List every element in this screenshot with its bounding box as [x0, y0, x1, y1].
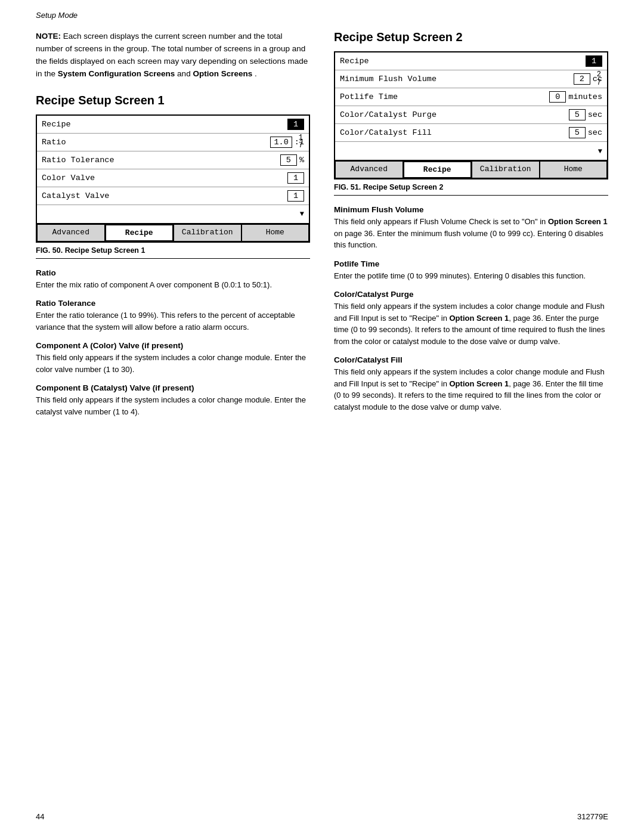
field-potlife: Potlife Time Enter the potlife time (0 t… [334, 259, 608, 282]
arrow-down-row-1 [37, 205, 309, 223]
note-text: NOTE: Each screen displays the current s… [36, 30, 310, 80]
catalyst-valve-label: Catalyst Valve [42, 191, 287, 200]
recipe-screen-1: Recipe 1 Ratio 1.0 :1 17 Ratio Tolerance… [36, 114, 310, 243]
ratio-tolerance-unit: % [299, 156, 304, 165]
page-num-right: 27 [597, 71, 601, 86]
nav-home-1[interactable]: Home [242, 224, 309, 241]
field-min-flush-title: Minimum Flush Volume [334, 205, 608, 214]
field-color-fill-title: Color/Catalyst Fill [334, 355, 608, 364]
potlife-unit: minutes [568, 92, 602, 101]
field-potlife-desc: Enter the potlife time (0 to 999 minutes… [334, 270, 608, 282]
color-valve-row: Color Valve 1 [37, 169, 309, 187]
field-color-purge-title: Color/Catalyst Purge [334, 290, 608, 299]
field-ratio-tolerance-title: Ratio Tolerance [36, 299, 310, 308]
scroll-up-2[interactable] [598, 56, 602, 65]
note-end: . [255, 69, 257, 78]
nav-recipe-1[interactable]: Recipe [105, 224, 174, 241]
catalyst-valve-row: Catalyst Valve 1 [37, 187, 309, 205]
left-column: NOTE: Each screen displays the current s… [36, 30, 310, 426]
footer-page-num: 44 [36, 812, 44, 821]
right-column: Recipe Setup Screen 2 Recipe 1 Minimum F… [334, 30, 608, 426]
field-ratio: Ratio Enter the mix ratio of component A… [36, 268, 310, 291]
nav-home-2[interactable]: Home [540, 161, 608, 178]
color-purge-value[interactable]: 5 [569, 109, 586, 120]
color-fill-unit: sec [588, 128, 602, 137]
field-color-valve-desc: This field only appears if the system in… [36, 352, 310, 375]
right-section-title: Recipe Setup Screen 2 [334, 30, 608, 44]
potlife-row: Potlife Time 0 minutes [335, 88, 607, 106]
field-ratio-title: Ratio [36, 268, 310, 277]
ratio-tolerance-value[interactable]: 5 [280, 154, 297, 166]
fig-caption-text-2: FIG. 51. Recipe Setup Screen 2 [334, 183, 443, 191]
field-min-flush-desc: This field only appears if Flush Volume … [334, 216, 608, 251]
color-fill-label: Color/Catalyst Fill [340, 128, 569, 137]
field-catalyst-valve-desc: This field only appears if the system in… [36, 394, 310, 417]
nav-recipe-2[interactable]: Recipe [403, 161, 472, 178]
color-purge-unit: sec [588, 110, 602, 119]
field-color-fill-desc: This field only appears if the system in… [334, 366, 608, 413]
page-num-left: 17 [299, 134, 303, 150]
nav-advanced-1[interactable]: Advanced [37, 224, 105, 241]
field-color-valve: Component A (Color) Valve (if present) T… [36, 341, 310, 375]
recipe-row-1: Recipe 1 [37, 116, 309, 134]
field-catalyst-valve-title: Component B (Catalyst) Valve (if present… [36, 383, 310, 392]
ratio-label: Ratio [42, 138, 270, 147]
min-flush-label: Minimum Flush Volume [340, 75, 574, 83]
recipe-row-2: Recipe 1 [335, 52, 607, 70]
field-color-purge: Color/Catalyst Purge This field only app… [334, 290, 608, 347]
option-screens-link: Option Screens [193, 69, 252, 78]
ratio-row: Ratio 1.0 :1 17 [37, 134, 309, 151]
nav-advanced-2[interactable]: Advanced [335, 161, 403, 178]
recipe-screen-2: Recipe 1 Minimum Flush Volume 2 cc 27 Po… [334, 51, 608, 179]
color-fill-value[interactable]: 5 [569, 127, 586, 138]
field-color-fill: Color/Catalyst Fill This field only appe… [334, 355, 608, 413]
scroll-up-1[interactable] [300, 119, 304, 128]
field-ratio-tolerance: Ratio Tolerance Enter the ratio toleranc… [36, 299, 310, 333]
ratio-value[interactable]: 1.0 [270, 137, 292, 148]
nav-calibration-2[interactable]: Calibration [472, 161, 540, 178]
arrow-down-row-2 [335, 142, 607, 160]
min-flush-value[interactable]: 2 [574, 73, 590, 85]
field-color-purge-desc: This field only appears if the system in… [334, 301, 608, 347]
left-section-title: Recipe Setup Screen 1 [36, 94, 310, 107]
footer-doc-num: 312779E [577, 812, 608, 821]
field-ratio-desc: Enter the mix ratio of component A over … [36, 279, 310, 291]
setup-mode-label: Setup Mode [36, 11, 78, 20]
color-valve-value[interactable]: 1 [287, 172, 304, 184]
color-valve-label: Color Valve [42, 174, 287, 182]
color-fill-row: Color/Catalyst Fill 5 sec [335, 124, 607, 142]
note-and: and [177, 69, 193, 78]
field-catalyst-valve: Component B (Catalyst) Valve (if present… [36, 383, 310, 417]
potlife-label: Potlife Time [340, 92, 549, 101]
fig-caption-2: FIG. 51. Recipe Setup Screen 2 [334, 183, 608, 196]
recipe-label-1: Recipe [42, 120, 287, 129]
scroll-down-2[interactable] [598, 147, 602, 156]
field-color-valve-title: Component A (Color) Valve (if present) [36, 341, 310, 350]
field-ratio-tolerance-desc: Enter the ratio tolerance (1 to 99%). Th… [36, 309, 310, 333]
min-flush-row: Minimum Flush Volume 2 cc 27 [335, 70, 607, 88]
page-footer: 44 312779E [36, 812, 608, 821]
system-config-link: System Configuration Screens [58, 69, 175, 78]
nav-calibration-1[interactable]: Calibration [174, 224, 242, 241]
fig-caption-1: FIG. 50. Recipe Setup Screen 1 [36, 246, 310, 259]
catalyst-valve-value[interactable]: 1 [287, 190, 304, 202]
ratio-tolerance-label: Ratio Tolerance [42, 156, 280, 165]
nav-bar-1: Advanced Recipe Calibration Home [37, 223, 309, 241]
field-min-flush: Minimum Flush Volume This field only app… [334, 205, 608, 251]
potlife-value[interactable]: 0 [549, 91, 566, 103]
recipe-label-2: Recipe [340, 57, 586, 66]
note-bold: NOTE: [36, 32, 61, 41]
ratio-tolerance-row: Ratio Tolerance 5 % [37, 151, 309, 169]
fig-caption-text-1: FIG. 50. Recipe Setup Screen 1 [36, 246, 145, 255]
page-header: Setup Mode [0, 0, 644, 24]
nav-bar-2: Advanced Recipe Calibration Home [335, 160, 607, 178]
color-purge-row: Color/Catalyst Purge 5 sec [335, 106, 607, 124]
color-purge-label: Color/Catalyst Purge [340, 110, 569, 119]
scroll-down-1[interactable] [300, 209, 304, 218]
field-potlife-title: Potlife Time [334, 259, 608, 268]
